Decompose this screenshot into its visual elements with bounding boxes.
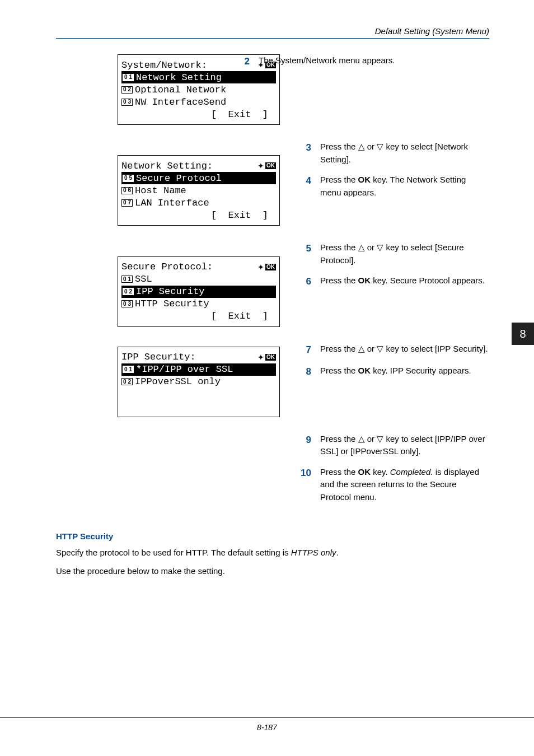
item-badge: 0 6	[121, 187, 133, 194]
step-text: Press the △ or ▽ key to select [IPP/IPP …	[320, 433, 489, 458]
step-text: The System/Network menu appears.	[259, 54, 489, 69]
body-paragraph: Specify the protocol to be used for HTTP…	[56, 547, 489, 559]
up-arrow-icon: △	[358, 242, 365, 252]
item-badge: 0 2	[123, 288, 134, 295]
item-badge: 0 5	[123, 175, 134, 182]
item-badge: 0 3	[121, 300, 133, 307]
body-paragraph: Use the procedure below to make the sett…	[56, 565, 489, 578]
step-item: 2 The System/Network menu appears.	[236, 54, 489, 69]
chapter-tab: 8	[512, 323, 534, 345]
step-number: 9	[298, 433, 311, 458]
step-item: 10 Press the OK key. Completed. is displ…	[298, 466, 489, 504]
section-heading-http-security: HTTP Security	[56, 531, 489, 541]
down-arrow-icon: ▽	[377, 242, 383, 252]
item-badge: 0 1	[123, 74, 134, 81]
step-number: 2	[236, 54, 250, 69]
item-badge: 0 2	[121, 378, 133, 385]
item-badge: 0 1	[123, 366, 134, 373]
up-arrow-icon: △	[358, 434, 365, 444]
down-arrow-icon: ▽	[377, 142, 383, 151]
item-badge: 0 3	[121, 99, 133, 106]
page-number: 8-187	[257, 723, 277, 732]
step-number: 10	[298, 466, 311, 504]
item-badge: 0 2	[121, 86, 133, 94]
page-footer: 8-187	[0, 717, 534, 732]
page-header: Default Setting (System Menu)	[375, 26, 489, 36]
down-arrow-icon: ▽	[377, 434, 383, 444]
step-text: Press the OK key. Completed. is displaye…	[320, 466, 489, 504]
up-arrow-icon: △	[358, 142, 365, 151]
item-badge: 0 1	[121, 276, 133, 283]
item-badge: 0 7	[121, 199, 133, 207]
step-item: 9 Press the △ or ▽ key to select [IPP/IP…	[298, 433, 489, 458]
